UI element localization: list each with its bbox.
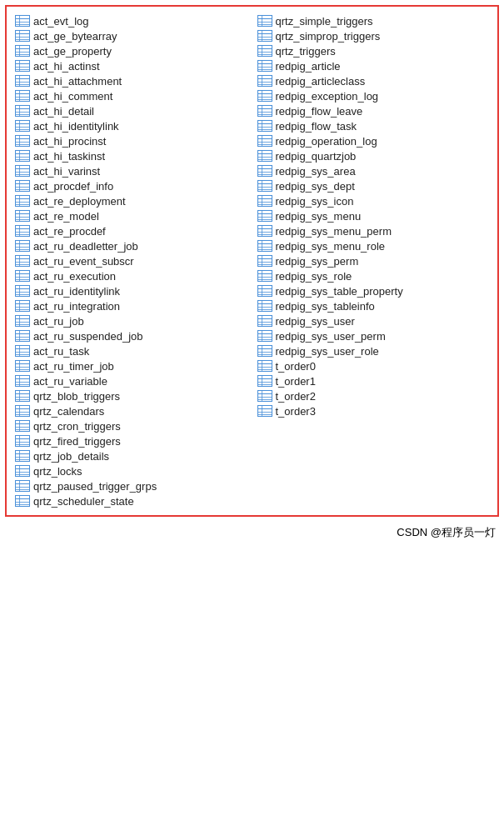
table-name: t_order2 — [276, 390, 316, 403]
list-item: t_order2 — [252, 388, 495, 403]
table-icon — [257, 15, 272, 27]
table-icon — [15, 270, 30, 282]
table-name: act_hi_procinst — [33, 135, 106, 148]
table-name: act_ge_property — [33, 45, 112, 58]
list-item: act_hi_varinst — [10, 163, 252, 178]
list-item: act_ge_property — [10, 43, 252, 58]
list-item: redpig_article — [252, 58, 495, 73]
list-item: act_re_model — [10, 208, 252, 223]
table-icon — [15, 345, 30, 357]
list-item: qrtz_scheduler_state — [10, 493, 252, 508]
table-name: act_hi_varinst — [33, 165, 100, 178]
table-name: redpig_article — [276, 60, 341, 73]
table-icon — [15, 285, 30, 297]
table-icon — [15, 240, 30, 252]
table-icon — [15, 15, 30, 27]
table-icon — [257, 375, 272, 387]
table-name: act_ru_suspended_job — [33, 330, 143, 343]
table-name: act_ru_timer_job — [33, 360, 114, 373]
table-icon — [257, 90, 272, 102]
table-name: act_procdef_info — [33, 180, 113, 193]
table-icon — [257, 150, 272, 162]
table-icon — [15, 150, 30, 162]
list-item: act_ru_task — [10, 343, 252, 358]
table-icon — [257, 255, 272, 267]
table-name: redpig_sys_user_perm — [276, 330, 386, 343]
footer: CSDN @程序员一灯 — [0, 522, 504, 542]
table-name: t_order0 — [276, 360, 316, 373]
list-item: act_hi_procinst — [10, 133, 252, 148]
table-name: redpig_sys_area — [276, 165, 356, 178]
list-item: redpig_sys_user_role — [252, 343, 495, 358]
list-item: act_ru_event_subscr — [10, 253, 252, 268]
table-icon — [257, 135, 272, 147]
table-icon — [257, 405, 272, 417]
list-item: act_procdef_info — [10, 178, 252, 193]
table-icon — [15, 405, 30, 417]
table-name: act_re_deployment — [33, 195, 126, 208]
table-name: redpig_operation_log — [276, 135, 377, 148]
table-icon — [15, 105, 30, 117]
table-name: qrtz_calendars — [33, 405, 104, 418]
list-item: act_ru_execution — [10, 268, 252, 283]
table-name: redpig_sys_dept — [276, 180, 355, 193]
table-icon — [257, 60, 272, 72]
table-name: qrtz_simple_triggers — [276, 15, 373, 28]
table-icon — [257, 225, 272, 237]
list-item: redpig_sys_icon — [252, 193, 495, 208]
table-icon — [15, 45, 30, 57]
table-icon — [15, 360, 30, 372]
table-name: act_ru_execution — [33, 270, 116, 283]
table-name: qrtz_blob_triggers — [33, 390, 120, 403]
list-item: act_re_deployment — [10, 193, 252, 208]
table-name: t_order3 — [276, 405, 316, 418]
list-item: redpig_sys_user_perm — [252, 328, 495, 343]
list-item: act_ru_deadletter_job — [10, 238, 252, 253]
table-icon — [257, 315, 272, 327]
list-item: qrtz_cron_triggers — [10, 418, 252, 433]
column-left: act_evt_log act_ge_bytearray act_ge_prop… — [10, 13, 252, 508]
table-name: act_hi_identitylink — [33, 120, 119, 133]
list-item: redpig_sys_role — [252, 268, 495, 283]
table-name: redpig_flow_leave — [276, 105, 363, 118]
table-icon — [15, 465, 30, 477]
table-name: act_ru_variable — [33, 375, 107, 388]
list-item: redpig_operation_log — [252, 133, 495, 148]
table-icon — [15, 450, 30, 462]
table-name: qrtz_simprop_triggers — [276, 30, 381, 43]
table-name: t_order1 — [276, 375, 316, 388]
table-name: redpig_sys_perm — [276, 255, 359, 268]
table-name: act_hi_comment — [33, 90, 112, 103]
table-name: qrtz_triggers — [276, 45, 336, 58]
table-icon — [257, 285, 272, 297]
table-icon — [257, 330, 272, 342]
table-name: act_ru_identitylink — [33, 285, 120, 298]
list-item: redpig_sys_table_property — [252, 283, 495, 298]
table-name: act_hi_detail — [33, 105, 94, 118]
list-item: act_evt_log — [10, 13, 252, 28]
list-item: act_hi_taskinst — [10, 148, 252, 163]
table-icon — [257, 75, 272, 87]
table-icon — [15, 60, 30, 72]
list-item: act_ru_timer_job — [10, 358, 252, 373]
table-icon — [15, 375, 30, 387]
table-icon — [257, 30, 272, 42]
table-name: redpig_exception_log — [276, 90, 379, 103]
table-icon — [15, 300, 30, 312]
table-name: qrtz_fired_triggers — [33, 435, 121, 448]
table-name: qrtz_locks — [33, 465, 82, 478]
column-right: qrtz_simple_triggers qrtz_simprop_trigge… — [252, 13, 495, 418]
table-icon — [257, 105, 272, 117]
table-icon — [257, 180, 272, 192]
list-item: redpig_sys_menu — [252, 208, 495, 223]
table-name: redpig_sys_icon — [276, 195, 354, 208]
table-icon — [257, 45, 272, 57]
list-item: redpig_flow_task — [252, 118, 495, 133]
list-item: qrtz_simprop_triggers — [252, 28, 495, 43]
list-item: act_hi_detail — [10, 103, 252, 118]
table-name: act_ru_event_subscr — [33, 255, 134, 268]
table-name: act_evt_log — [33, 15, 89, 28]
list-item: redpig_sys_menu_perm — [252, 223, 495, 238]
list-item: qrtz_blob_triggers — [10, 388, 252, 403]
list-item: act_hi_attachment — [10, 73, 252, 88]
